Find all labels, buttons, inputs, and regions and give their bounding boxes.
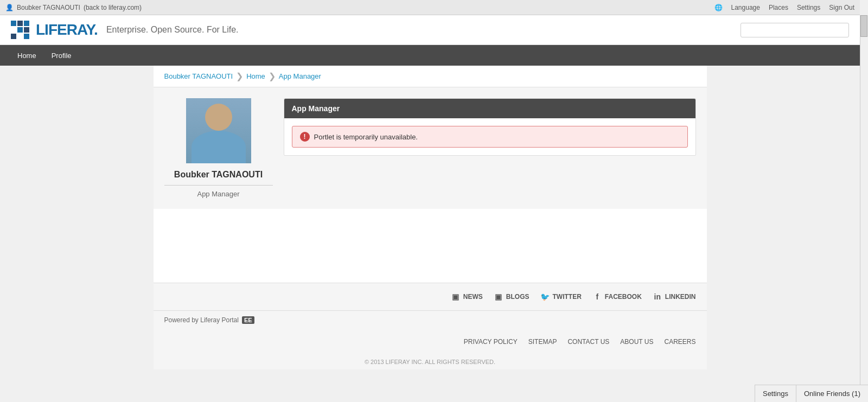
rss-icon-news: ▣	[451, 292, 461, 302]
rss-icon-blogs: ▣	[494, 292, 503, 302]
scrollbar[interactable]	[860, 15, 868, 369]
error-text: Portlet is temporarily unavailable.	[314, 133, 418, 141]
facebook-icon: f	[592, 292, 602, 302]
logo-text: LIFERAY.	[36, 21, 98, 39]
user-icon: 👤	[5, 4, 14, 11]
right-content: App Manager ! Portlet is temporarily una…	[284, 98, 696, 198]
app-manager-header: App Manager	[284, 99, 695, 118]
blogs-link[interactable]: ▣ BLOGS	[494, 292, 529, 302]
places-link[interactable]: Places	[769, 4, 788, 11]
twitter-icon: 🐦	[540, 292, 550, 302]
globe-icon: 🌐	[714, 4, 723, 11]
nav-item-profile[interactable]: Profile	[45, 47, 78, 64]
back-to-liferay-link[interactable]: (back to liferay.com)	[84, 4, 142, 11]
site-header: LIFERAY. Enterprise. Open Source. For Li…	[0, 15, 860, 45]
sitemap-link[interactable]: SITEMAP	[528, 338, 557, 346]
logo-tagline: Enterprise. Open Source. For Life.	[106, 25, 239, 35]
error-message: ! Portlet is temporarily unavailable.	[292, 126, 688, 148]
error-icon: !	[300, 132, 310, 142]
logo-area[interactable]: LIFERAY. Enterprise. Open Source. For Li…	[11, 21, 239, 39]
breadcrumb-item-appmanager[interactable]: App Manager	[279, 72, 321, 80]
privacy-policy-link[interactable]: PRIVACY POLICY	[464, 338, 518, 346]
copyright: © 2013 LIFERAY INC. ALL RIGHTS RESERVED.	[154, 354, 707, 369]
app-manager-body: ! Portlet is temporarily unavailable.	[284, 118, 695, 155]
top-bar-user-area: 👤 Boubker TAGNAOUTI (back to liferay.com…	[5, 4, 142, 11]
profile-name: Boubker TAGNAOUTI	[174, 170, 263, 180]
top-bar-nav: 🌐 Language Places Settings Sign Out	[714, 4, 854, 11]
footer-wrapper: ▣ NEWS ▣ BLOGS 🐦 TWITTER f FACEBOOK in L…	[154, 283, 707, 369]
settings-link[interactable]: Settings	[797, 4, 820, 11]
twitter-link[interactable]: 🐦 TWITTER	[540, 292, 581, 302]
breadcrumb-sep-1: ❯	[236, 71, 243, 81]
scrollbar-thumb[interactable]	[860, 15, 867, 37]
app-manager-panel: App Manager ! Portlet is temporarily una…	[284, 98, 696, 156]
blogs-label: BLOGS	[506, 293, 529, 301]
content-area: Boubker TAGNAOUTI App Manager App Manage…	[154, 87, 707, 209]
profile-subtitle: App Manager	[197, 190, 239, 198]
avatar	[186, 98, 251, 163]
nav-item-home[interactable]: Home	[11, 47, 43, 64]
linkedin-label: LINKEDIN	[665, 293, 696, 301]
linkedin-link[interactable]: in LINKEDIN	[653, 292, 696, 302]
user-name-link[interactable]: Boubker TAGNAOUTI	[17, 4, 80, 11]
news-link[interactable]: ▣ NEWS	[451, 292, 483, 302]
twitter-label: TWITTER	[552, 293, 581, 301]
language-link[interactable]: Language	[731, 4, 760, 11]
logo-grid-icon	[11, 21, 29, 39]
facebook-link[interactable]: f FACEBOOK	[592, 292, 642, 302]
main-nav: Home Profile	[0, 45, 860, 66]
news-label: NEWS	[463, 293, 483, 301]
careers-link[interactable]: CAREERS	[664, 338, 695, 346]
profile-sidebar: Boubker TAGNAOUTI App Manager	[164, 98, 273, 198]
breadcrumb-sep-2: ❯	[269, 71, 276, 81]
breadcrumb: Boubker TAGNAOUTI ❯ Home ❯ App Manager	[154, 66, 707, 87]
linkedin-icon: in	[653, 292, 662, 302]
powered-by: Powered by Liferay Portal EE	[154, 310, 707, 329]
contact-us-link[interactable]: CONTACT US	[567, 338, 609, 346]
profile-divider	[164, 185, 273, 186]
main-wrapper: Boubker TAGNAOUTI ❯ Home ❯ App Manager B…	[154, 66, 707, 283]
breadcrumb-item-user[interactable]: Boubker TAGNAOUTI	[164, 72, 233, 80]
signout-link[interactable]: Sign Out	[829, 4, 854, 11]
top-bar: 👤 Boubker TAGNAOUTI (back to liferay.com…	[0, 0, 860, 15]
breadcrumb-item-home[interactable]: Home	[246, 72, 265, 80]
facebook-label: FACEBOOK	[605, 293, 642, 301]
footer-links: PRIVACY POLICY SITEMAP CONTACT US ABOUT …	[154, 329, 707, 354]
search-input[interactable]	[741, 23, 849, 37]
ee-badge: EE	[242, 316, 254, 324]
powered-by-text: Powered by Liferay Portal	[164, 316, 239, 324]
social-links: ▣ NEWS ▣ BLOGS 🐦 TWITTER f FACEBOOK in L…	[154, 283, 707, 310]
about-us-link[interactable]: ABOUT US	[620, 338, 653, 346]
